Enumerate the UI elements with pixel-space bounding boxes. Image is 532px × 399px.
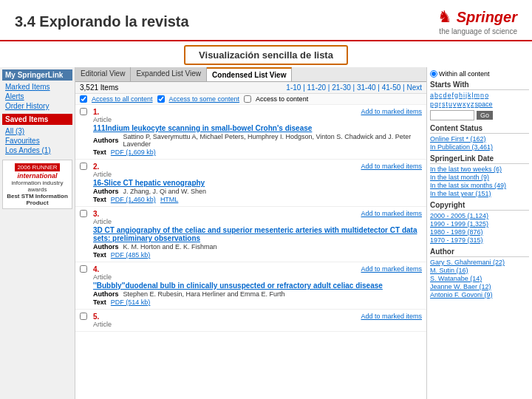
html-link-2[interactable]: HTML <box>160 196 179 203</box>
table-row: 2. Add to marked items Article 16-Slice … <box>75 160 426 207</box>
alpha-a[interactable]: a <box>430 92 434 99</box>
alpha-l[interactable]: l <box>472 92 474 99</box>
status-in-publication[interactable]: In Publication (3,461) <box>430 143 529 151</box>
text-label: Text <box>93 149 106 156</box>
article-title[interactable]: 111Indium leukocyte scanning in small-bo… <box>93 124 422 132</box>
alpha-p[interactable]: p <box>430 100 434 108</box>
alpha-h[interactable]: h <box>459 92 463 99</box>
alpha-space[interactable]: space <box>475 100 493 108</box>
article-type: Article <box>93 218 422 225</box>
authors-label: Authors <box>93 290 119 298</box>
tab-expanded[interactable]: Expanded List View <box>131 67 207 81</box>
article-checkbox-3[interactable] <box>80 210 87 217</box>
alpha-c[interactable]: c <box>439 92 443 99</box>
alpha-k[interactable]: k <box>468 92 471 99</box>
copyright-1980[interactable]: 1980 - 1989 (876) <box>430 228 529 236</box>
add-marked-1[interactable]: Add to marked items <box>361 108 422 116</box>
author-1[interactable]: Gary S. Ghahremani (22) <box>430 259 529 266</box>
sidebar-link-losandes[interactable]: Los Andes (1) <box>2 146 72 155</box>
alpha-y[interactable]: y <box>467 100 471 108</box>
article-checkbox-1[interactable] <box>80 108 87 115</box>
access-no-label: Access to content <box>256 95 308 103</box>
article-type: Article <box>93 321 422 328</box>
sidebar-link-favourites[interactable]: Favourites <box>2 136 72 146</box>
alpha-d[interactable]: d <box>443 92 447 99</box>
copyright-1970[interactable]: 1970 - 1979 (315) <box>430 236 529 244</box>
article-checkbox-4[interactable] <box>80 265 87 273</box>
alpha-i[interactable]: i <box>463 92 465 99</box>
alpha-t[interactable]: t <box>446 100 449 108</box>
status-online-first[interactable]: Online First * (162) <box>430 135 529 143</box>
authors-label: Authors <box>93 188 119 195</box>
tab-condensed[interactable]: Condensed List View <box>207 67 292 81</box>
author-4[interactable]: Jeanne W. Baer (12) <box>430 283 529 290</box>
access-no-checkbox[interactable] <box>244 95 251 103</box>
springerlink-date-section: SpringerLink Date In the last two weeks … <box>430 154 529 197</box>
alpha-u[interactable]: u <box>449 100 452 108</box>
within-radio[interactable] <box>430 70 437 78</box>
copyright-2000[interactable]: 2000 - 2005 (1,124) <box>430 212 529 219</box>
alpha-j[interactable]: j <box>466 92 467 99</box>
within-content-row: Within all content <box>430 70 529 78</box>
access-row: Access to all content Access to some con… <box>75 94 426 105</box>
add-marked-3[interactable]: Add to marked items <box>361 210 422 218</box>
sidebar-link-order[interactable]: Order History <box>2 101 72 111</box>
article-type: Article <box>93 116 422 123</box>
alpha-v[interactable]: v <box>453 100 457 108</box>
tab-editorial[interactable]: Editorial View <box>75 67 131 81</box>
article-title[interactable]: 3D CT angiography of the celiac and supe… <box>93 226 422 242</box>
alpha-f[interactable]: f <box>452 92 454 99</box>
add-marked-4[interactable]: Add to marked items <box>361 265 422 273</box>
starts-with-section: Starts With a b c d e f g h i j k l m n … <box>430 81 529 120</box>
sidebar-link-alerts[interactable]: Alerts <box>2 92 72 101</box>
access-all-checkbox[interactable] <box>80 95 87 103</box>
table-row: 5. Add to marked items Article <box>75 310 426 332</box>
author-section: Author Gary S. Ghahremani (22) M. Sutin … <box>430 248 529 299</box>
starts-with-input[interactable] <box>430 110 474 120</box>
article-title[interactable]: 16-Slice CT hepatic venography <box>93 179 422 187</box>
date-one-year[interactable]: In the last year (151) <box>430 190 529 197</box>
copyright-1990[interactable]: 1990 - 1999 (1,325) <box>430 220 529 228</box>
access-some-checkbox[interactable] <box>157 95 165 103</box>
pdf-link-2[interactable]: PDF (1,460 kb) <box>111 196 156 203</box>
alpha-s[interactable]: s <box>442 100 446 108</box>
date-six-months[interactable]: In the last six months (49) <box>430 182 529 189</box>
author-2[interactable]: M. Sutin (16) <box>430 267 529 274</box>
article-checkbox-2[interactable] <box>80 163 87 170</box>
date-two-weeks[interactable]: In the last two weeks (6) <box>430 166 529 173</box>
alpha-n[interactable]: n <box>480 92 484 99</box>
springer-tagline: the language of science <box>439 27 517 35</box>
tabs-bar: Editorial View Expanded List View Conden… <box>75 67 426 82</box>
alpha-o[interactable]: o <box>485 92 488 99</box>
my-springer-header: My SpringerLink <box>2 69 72 81</box>
article-authors: Stephen E. Rubesin, Hara Herliner and Em… <box>123 290 285 298</box>
article-checkbox-5[interactable] <box>80 313 87 320</box>
table-row: 1. Add to marked items Article 111Indium… <box>75 105 426 160</box>
author-3[interactable]: S. Watanabe (14) <box>430 275 529 282</box>
alpha-q[interactable]: q <box>434 100 438 108</box>
go-button[interactable]: Go <box>477 111 493 120</box>
award-title: international <box>5 172 69 180</box>
pdf-link-3[interactable]: PDF (485 kb) <box>111 251 151 259</box>
date-one-month[interactable]: In the last month (9) <box>430 174 529 181</box>
add-marked-5[interactable]: Add to marked items <box>361 313 422 321</box>
alpha-e[interactable]: e <box>448 92 451 99</box>
pdf-link-1[interactable]: PDF (1,609 kb) <box>111 149 156 156</box>
alpha-r[interactable]: r <box>439 100 441 108</box>
text-label: Text <box>93 299 106 306</box>
sidebar-link-marked[interactable]: Marked Items <box>2 82 72 92</box>
article-title[interactable]: ''Bubbly''duodenal bulb in clinically un… <box>93 282 422 290</box>
sidebar-link-all[interactable]: All (3) <box>2 126 72 136</box>
alpha-x[interactable]: x <box>463 100 466 108</box>
alpha-m[interactable]: m <box>474 92 480 99</box>
alpha-z[interactable]: z <box>471 100 474 108</box>
add-marked-2[interactable]: Add to marked items <box>361 163 422 171</box>
alpha-w[interactable]: w <box>457 100 463 108</box>
within-radio-label[interactable]: Within all content <box>430 70 529 78</box>
center-content: Editorial View Expanded List View Conden… <box>75 67 427 399</box>
alpha-g[interactable]: g <box>454 92 458 99</box>
pdf-link-4[interactable]: PDF (514 kb) <box>111 299 151 306</box>
alpha-b[interactable]: b <box>434 92 438 99</box>
award-badge: 2006 RUNNER international information in… <box>2 160 72 209</box>
author-5[interactable]: Antonio F. Govoni (9) <box>430 291 529 299</box>
